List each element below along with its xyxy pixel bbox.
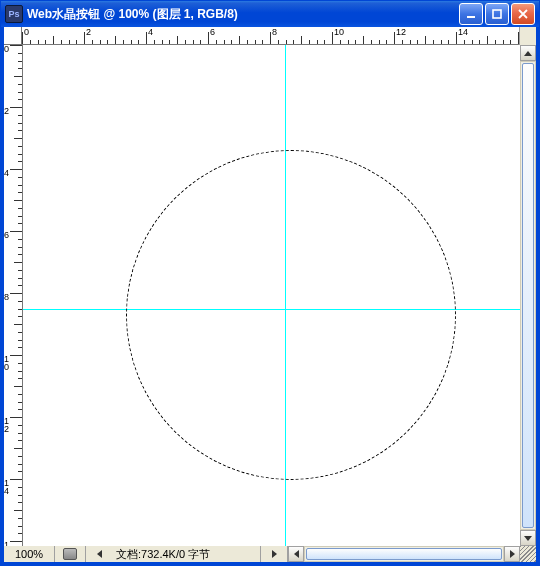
svg-rect-1	[493, 10, 501, 18]
chevron-down-icon	[524, 536, 532, 541]
bottom-scroll-row: 100% 文档:732.4K/0 字节	[4, 546, 536, 562]
vruler-label: 4	[4, 169, 14, 177]
hscroll-thumb[interactable]	[306, 548, 502, 560]
maximize-icon	[491, 8, 503, 20]
chevron-right-icon	[510, 550, 515, 558]
ruler-row-top: 0246810121416	[4, 27, 536, 45]
hruler-label: 8	[272, 27, 277, 37]
vruler-label: 0	[4, 45, 14, 53]
triangle-left-icon	[97, 550, 102, 558]
status-disk-icon-cell	[55, 546, 86, 562]
vruler-label: 1 6	[4, 541, 14, 546]
scroll-down-button[interactable]	[520, 530, 536, 546]
window-buttons	[457, 3, 535, 25]
title-bar[interactable]: Ps Web水晶按钮 @ 100% (图层 1, RGB/8)	[1, 1, 539, 27]
vertical-scrollbar[interactable]	[520, 45, 536, 546]
hruler-label: 0	[24, 27, 29, 37]
ruler-origin-corner[interactable]	[4, 27, 22, 45]
app-icon: Ps	[5, 5, 23, 23]
document-info[interactable]: 文档:732.4K/0 字节	[112, 546, 261, 562]
vscroll-thumb[interactable]	[522, 63, 534, 528]
hruler-label: 6	[210, 27, 215, 37]
zoom-level-field[interactable]: 100%	[4, 546, 55, 562]
canvas[interactable]	[23, 45, 520, 546]
hruler-label: 14	[458, 27, 468, 37]
status-expand-left-button[interactable]	[86, 546, 112, 562]
triangle-right-icon	[272, 550, 277, 558]
vruler-label: 1 0	[4, 355, 14, 371]
hscroll-track[interactable]	[304, 546, 504, 562]
window-title: Web水晶按钮 @ 100% (图层 1, RGB/8)	[27, 6, 457, 23]
vruler-label: 6	[4, 231, 14, 239]
scroll-left-button[interactable]	[288, 546, 304, 562]
status-expand-right-button[interactable]	[261, 546, 288, 562]
hruler-label: 2	[86, 27, 91, 37]
vruler-label: 1 2	[4, 417, 14, 433]
svg-rect-0	[467, 16, 475, 18]
vruler-label: 1 4	[4, 479, 14, 495]
canvas-row: 024681 01 21 41 6	[4, 45, 536, 546]
minimize-icon	[465, 8, 477, 20]
minimize-button[interactable]	[459, 3, 483, 25]
vruler-label: 8	[4, 293, 14, 301]
close-icon	[517, 8, 529, 20]
vertical-ruler[interactable]: 024681 01 21 41 6	[4, 45, 23, 546]
vscroll-track[interactable]	[520, 61, 536, 530]
hruler-label: 10	[334, 27, 344, 37]
chevron-up-icon	[524, 51, 532, 56]
disk-icon	[63, 548, 77, 560]
document-window: Ps Web水晶按钮 @ 100% (图层 1, RGB/8) 02468101…	[0, 0, 540, 566]
vruler-label: 2	[4, 107, 14, 115]
horizontal-ruler[interactable]: 0246810121416	[22, 27, 519, 45]
chevron-left-icon	[294, 550, 299, 558]
maximize-button[interactable]	[485, 3, 509, 25]
resize-grip[interactable]	[520, 546, 536, 562]
circular-selection-marquee[interactable]	[126, 150, 456, 480]
document-inner: 0246810121416 024681 01 21 41 6 100%	[1, 27, 539, 565]
close-button[interactable]	[511, 3, 535, 25]
hruler-label: 4	[148, 27, 153, 37]
scroll-up-button[interactable]	[520, 45, 536, 61]
hruler-label: 12	[396, 27, 406, 37]
scroll-right-button[interactable]	[504, 546, 520, 562]
ruler-cap-right	[519, 27, 536, 45]
